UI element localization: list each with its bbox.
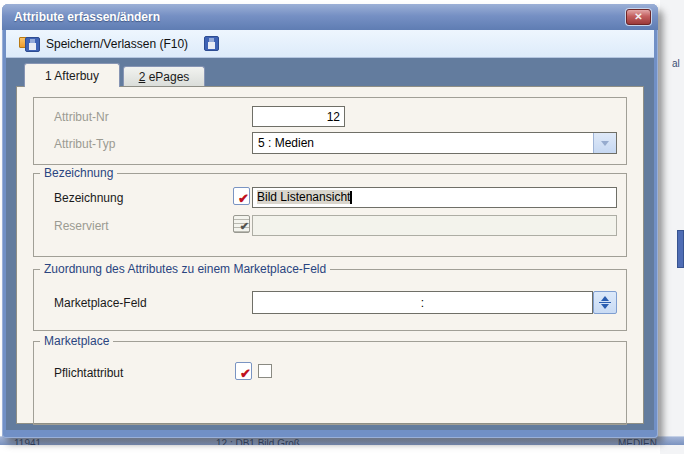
attribute-id-group: Attribut-Nr Attribut-Typ 5 : Medien — [33, 97, 627, 165]
attribut-typ-label: Attribut-Typ — [54, 137, 115, 151]
bezeichnung-value: Bild Listenansicht — [257, 190, 350, 204]
attribut-typ-value: 5 : Medien — [253, 133, 593, 153]
save-button[interactable] — [199, 34, 224, 53]
floppy-disk-icon — [204, 36, 219, 51]
marketplace-group: Marketplace Pflichtattribut ✔ — [33, 341, 627, 425]
dialog-client-area: 1 Afterbuy 2 ePages Attribut-Nr Attribut… — [6, 58, 654, 430]
attribut-nr-input[interactable] — [252, 106, 345, 127]
text-caret — [350, 191, 352, 204]
tab-page-afterbuy: Attribut-Nr Attribut-Typ 5 : Medien Beze… — [16, 86, 644, 424]
bezeichnung-input[interactable]: Bild Listenansicht — [252, 187, 617, 208]
pflichtattribut-checkbox[interactable] — [258, 364, 272, 378]
save-exit-icon — [19, 35, 40, 52]
toolbar: Speichern/Verlassen (F10) — [6, 30, 654, 58]
reserviert-input — [252, 215, 617, 236]
tab-afterbuy[interactable]: 1 Afterbuy — [24, 63, 120, 87]
marketplace-group-title: Marketplace — [40, 334, 113, 348]
tab-epages-label: ePages — [145, 70, 189, 84]
attribut-nr-label: Attribut-Nr — [54, 110, 109, 124]
marketplace-feld-input[interactable] — [252, 291, 593, 314]
zuordnung-group: Zuordnung des Attributes zu einem Market… — [33, 269, 627, 331]
pflichtattribut-label: Pflichtattribut — [54, 366, 123, 380]
marketplace-feld-spinner[interactable] — [593, 291, 617, 314]
reserviert-label: Reserviert — [54, 219, 109, 233]
edit-note-icon-disabled: ✔ — [233, 215, 250, 233]
save-exit-label: Speichern/Verlassen (F10) — [46, 37, 188, 51]
zuordnung-group-title: Zuordnung des Attributes zu einem Market… — [40, 262, 330, 276]
translate-check-icon[interactable]: ✔ — [235, 362, 252, 380]
marketplace-feld-label: Marketplace-Feld — [54, 296, 147, 310]
check-glyph: ✔ — [240, 220, 249, 233]
chevron-down-icon — [601, 141, 609, 146]
translate-check-icon[interactable]: ✔ — [233, 187, 250, 205]
close-button[interactable]: ✕ — [626, 9, 651, 25]
window-title: Attribute erfassen/ändern — [14, 10, 160, 24]
bezeichnung-label: Bezeichnung — [54, 191, 123, 205]
background-cell-left: 11941 — [14, 438, 41, 445]
background-scrollbar-fragment — [677, 230, 684, 268]
titlebar[interactable]: Attribute erfassen/ändern ✕ — [2, 4, 658, 30]
background-cell-right: MEDIEN — [618, 438, 657, 445]
check-glyph: ✔ — [238, 191, 249, 206]
attribute-dialog-window: Attribute erfassen/ändern ✕ Speichern/Ve… — [2, 4, 658, 438]
attribut-typ-combobox[interactable]: 5 : Medien — [252, 132, 617, 154]
bezeichnung-group: Bezeichnung Bezeichnung ✔ Bild Listenans… — [33, 173, 627, 257]
floppy-disk-icon — [25, 37, 40, 52]
tab-epages[interactable]: 2 ePages — [123, 66, 205, 87]
spinner-divider — [599, 302, 611, 303]
background-text-fragment: al — [672, 58, 680, 69]
save-exit-button[interactable]: Speichern/Verlassen (F10) — [14, 33, 193, 54]
dropdown-button[interactable] — [593, 133, 616, 153]
background-cell-center: 12 : DB1 Bild Groß — [216, 438, 300, 445]
spinner-down-icon — [601, 304, 609, 309]
check-glyph: ✔ — [240, 366, 251, 381]
bezeichnung-group-title: Bezeichnung — [40, 166, 117, 180]
spinner-up-icon — [601, 296, 609, 301]
